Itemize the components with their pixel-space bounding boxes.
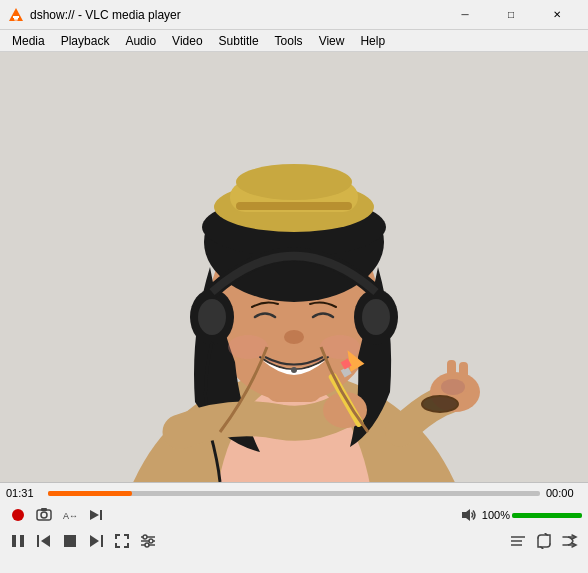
svg-point-16 — [228, 335, 268, 359]
loop-icon — [536, 533, 552, 549]
ctrl-row-2 — [6, 529, 582, 553]
shuffle-button[interactable] — [558, 529, 582, 553]
svg-rect-1 — [13, 16, 19, 18]
svg-marker-38 — [90, 510, 99, 520]
svg-rect-36 — [41, 508, 47, 511]
svg-point-53 — [145, 543, 149, 547]
menu-playback[interactable]: Playback — [53, 30, 118, 52]
svg-rect-39 — [100, 510, 102, 520]
svg-rect-41 — [12, 535, 16, 547]
extended-button[interactable] — [136, 529, 160, 553]
ab-loop-icon: A↔B — [62, 507, 78, 523]
skip-back-button[interactable] — [32, 529, 56, 553]
svg-rect-46 — [101, 535, 103, 547]
volume-percent: 100% — [482, 509, 510, 521]
window-title: dshow:// - VLC media player — [30, 8, 442, 22]
skip-back-icon — [36, 533, 52, 549]
svg-marker-47 — [90, 535, 99, 547]
snapshot-button[interactable] — [32, 503, 56, 527]
timeline-row: 01:31 00:00 — [6, 487, 582, 499]
time-total: 00:00 — [546, 487, 582, 499]
volume-fill — [512, 513, 582, 518]
stop-button[interactable] — [58, 529, 82, 553]
menu-subtitle[interactable]: Subtitle — [211, 30, 267, 52]
svg-point-13 — [236, 164, 352, 200]
svg-rect-42 — [20, 535, 24, 547]
window-controls: ─ □ ✕ — [442, 0, 580, 30]
svg-marker-40 — [462, 509, 470, 521]
pause-icon — [10, 533, 26, 549]
minimize-button[interactable]: ─ — [442, 0, 488, 30]
ctrl-row-1: A↔B 100% — [6, 503, 582, 527]
volume-button[interactable] — [456, 503, 480, 527]
svg-marker-44 — [41, 535, 50, 547]
menu-view[interactable]: View — [311, 30, 353, 52]
timeline-progress — [48, 491, 132, 496]
app-icon — [8, 7, 24, 23]
shuffle-icon — [562, 533, 578, 549]
svg-rect-45 — [64, 535, 76, 547]
svg-point-51 — [143, 535, 147, 539]
svg-text:A↔B: A↔B — [63, 511, 78, 521]
timeline-track[interactable] — [48, 491, 540, 496]
fullscreen-button[interactable] — [110, 529, 134, 553]
menu-audio[interactable]: Audio — [117, 30, 164, 52]
menu-help[interactable]: Help — [352, 30, 393, 52]
pause-button[interactable] — [6, 529, 30, 553]
video-area — [0, 52, 588, 482]
snapshot-icon — [36, 507, 52, 523]
svg-rect-2 — [14, 18, 18, 20]
svg-point-35 — [41, 512, 47, 518]
title-bar: dshow:// - VLC media player ─ □ ✕ — [0, 0, 588, 30]
svg-point-17 — [320, 335, 360, 359]
skip-forward-button[interactable] — [84, 529, 108, 553]
menu-tools[interactable]: Tools — [267, 30, 311, 52]
volume-icon — [460, 507, 476, 523]
close-button[interactable]: ✕ — [534, 0, 580, 30]
time-current: 01:31 — [6, 487, 42, 499]
svg-rect-43 — [37, 535, 39, 547]
stop-icon — [62, 533, 78, 549]
loop-button[interactable] — [532, 529, 556, 553]
svg-point-52 — [149, 539, 153, 543]
svg-point-15 — [284, 330, 304, 344]
extended-icon — [140, 533, 156, 549]
menu-video[interactable]: Video — [164, 30, 210, 52]
maximize-button[interactable]: □ — [488, 0, 534, 30]
svg-point-33 — [291, 367, 297, 373]
svg-rect-3 — [15, 19, 18, 20]
svg-point-30 — [441, 379, 465, 395]
svg-point-21 — [362, 299, 390, 335]
playlist-icon — [510, 533, 526, 549]
playlist-button[interactable] — [506, 529, 530, 553]
menu-bar: Media Playback Audio Video Subtitle Tool… — [0, 30, 588, 52]
record-icon — [12, 509, 24, 521]
menu-media[interactable]: Media — [4, 30, 53, 52]
record-button[interactable] — [6, 503, 30, 527]
video-content — [0, 52, 588, 482]
svg-rect-14 — [236, 202, 352, 210]
frame-next-button[interactable] — [84, 503, 108, 527]
volume-track[interactable] — [512, 513, 582, 518]
controls-area: 01:31 00:00 A↔B — [0, 482, 588, 557]
skip-forward-icon — [88, 533, 104, 549]
svg-point-19 — [198, 299, 226, 335]
ab-loop-button[interactable]: A↔B — [58, 503, 82, 527]
fullscreen-icon — [114, 533, 130, 549]
frame-next-icon — [88, 507, 104, 523]
